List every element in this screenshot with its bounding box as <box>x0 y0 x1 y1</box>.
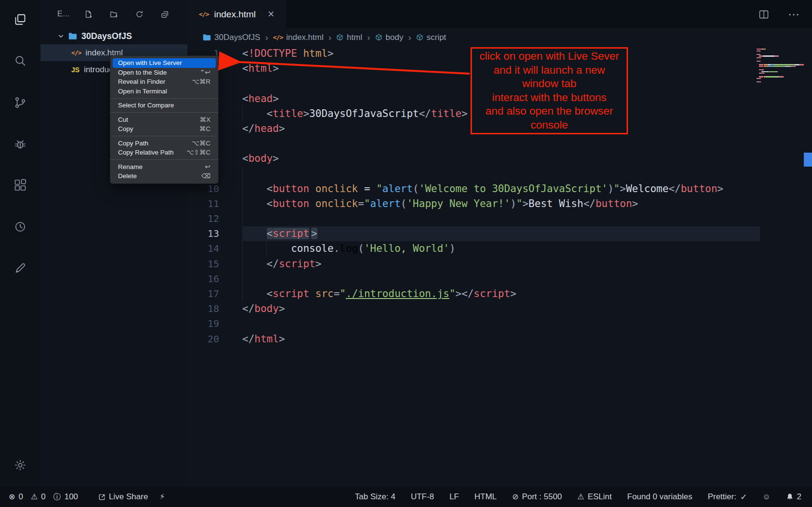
code-line-13[interactable]: 13 <script> <box>187 226 812 241</box>
status-feedback-smiley[interactable]: ☺ <box>762 493 770 501</box>
activity-explorer[interactable] <box>13 13 28 28</box>
new-folder-button[interactable] <box>110 10 118 18</box>
breadcrumb-item-html[interactable]: html <box>336 33 362 42</box>
line-number[interactable]: 11 <box>187 196 219 211</box>
code-line-8[interactable]: 8<body> <box>187 151 812 166</box>
annotation-text-line: window tab <box>472 77 627 91</box>
folder-icon <box>203 34 211 41</box>
status-language-mode[interactable]: HTML <box>474 492 497 502</box>
menu-item-label: Copy Relative Path <box>118 148 174 157</box>
breadcrumb-item-index-html[interactable]: </>index.html <box>273 33 324 42</box>
code-line-15[interactable]: 15 </script> <box>187 257 812 272</box>
activity-history[interactable] <box>13 220 28 235</box>
code-line-11[interactable]: 11 <button onclick="alert('Happy New Yea… <box>187 196 812 211</box>
line-number[interactable]: 15 <box>187 257 219 272</box>
status-lightning[interactable]: ⚡ <box>159 493 165 501</box>
code-line-12[interactable]: 12 <box>187 211 812 226</box>
status-port[interactable]: ⊘Port : 5500 <box>512 492 562 502</box>
activity-pen[interactable] <box>13 261 28 276</box>
menu-item-label: Open to the Side <box>118 68 167 78</box>
menu-item-rename[interactable]: Rename↩ <box>113 162 216 172</box>
line-number[interactable]: 17 <box>187 286 219 301</box>
info-icon: ⓘ <box>53 493 61 501</box>
code-line-17[interactable]: 17 <script src="./introduction.js"></scr… <box>187 286 812 301</box>
breadcrumb-label: body <box>386 33 404 42</box>
collapse-all-button[interactable] <box>161 10 169 18</box>
menu-item-reveal-in-finder[interactable]: Reveal in Finder⌥⌘R <box>113 77 216 87</box>
split-editor-button[interactable] <box>759 10 769 19</box>
tab-label: index.html <box>214 9 256 20</box>
status-prettier[interactable]: Prettier:✓ <box>707 492 747 502</box>
code-line-10[interactable]: 10 <button onclick = "alert('Welcome to … <box>187 182 812 196</box>
code-line-9[interactable]: 9 <box>187 167 812 182</box>
minimap-line <box>757 75 804 76</box>
menu-item-label: Cut <box>118 115 128 125</box>
code-line-14[interactable]: 14 console.log('Hello, World') <box>187 241 812 256</box>
menu-item-copy[interactable]: Copy⌘C <box>113 124 216 134</box>
code-text <box>242 316 760 331</box>
minimap-line <box>757 57 804 58</box>
close-tab-icon[interactable]: × <box>268 9 274 20</box>
tab-bar: </> index.html × ⋯ <box>187 0 812 28</box>
tab-index-html[interactable]: </> index.html × <box>187 0 286 28</box>
status-label: LF <box>449 492 459 502</box>
line-number[interactable]: 19 <box>187 316 219 331</box>
line-number[interactable]: 13 <box>187 226 219 241</box>
activity-extensions[interactable] <box>13 178 28 194</box>
menu-item-copy-relative-path[interactable]: Copy Relative Path⌥⇧⌘C <box>113 148 216 157</box>
line-number[interactable]: 16 <box>187 272 219 286</box>
minimap-line <box>757 64 804 65</box>
breadcrumb-separator: › <box>407 32 412 43</box>
menu-item-delete[interactable]: Delete⌫ <box>113 171 216 181</box>
folder-row-30daysofjs[interactable]: 30DaysOfJS <box>40 28 187 44</box>
breadcrumb-item-body[interactable]: body <box>375 33 404 42</box>
status-info-count[interactable]: ⓘ100 <box>53 492 78 502</box>
minimap[interactable] <box>757 49 804 83</box>
line-number[interactable]: 12 <box>187 211 219 226</box>
breadcrumb-item-script[interactable]: script <box>416 33 446 42</box>
code-line-20[interactable]: 20</html> <box>187 332 812 347</box>
status-error-count[interactable]: ⊗0 <box>9 492 23 502</box>
breadcrumb-label: index.html <box>286 33 323 42</box>
settings-gear-icon[interactable] <box>13 458 28 473</box>
line-number[interactable]: 18 <box>187 301 219 316</box>
line-number[interactable]: 14 <box>187 241 219 256</box>
menu-item-open-with-live-server[interactable]: Open with Live Server <box>113 58 216 68</box>
status-found-variables[interactable]: Found 0 variables <box>627 492 692 502</box>
explorer-title: E… <box>57 10 70 18</box>
status-live-share[interactable]: Live Share <box>98 492 148 502</box>
menu-item-select-for-compare[interactable]: Select for Compare <box>113 101 216 110</box>
annotation-text-line: click on open with Live Sever <box>472 50 627 64</box>
menu-item-label: Select for Compare <box>118 101 174 110</box>
code-line-19[interactable]: 19 <box>187 316 812 331</box>
status-label: 0 <box>41 492 45 502</box>
code-line-7[interactable]: 7 <box>187 136 812 151</box>
refresh-button[interactable] <box>135 10 144 18</box>
folder-icon <box>68 32 77 40</box>
status-eol[interactable]: LF <box>449 492 459 502</box>
status-warning-count[interactable]: ⚠0 <box>31 492 46 502</box>
code-line-16[interactable]: 16 <box>187 272 812 286</box>
more-actions-icon[interactable]: ⋯ <box>785 7 802 22</box>
activity-search[interactable] <box>13 54 28 69</box>
activity-bar <box>0 0 40 487</box>
line-number[interactable]: 20 <box>187 332 219 347</box>
code-line-18[interactable]: 18</body> <box>187 301 812 316</box>
new-file-button[interactable] <box>84 10 92 18</box>
menu-item-cut[interactable]: Cut⌘X <box>113 115 216 125</box>
breadcrumb-item-30daysofjs[interactable]: 30DaysOfJS <box>203 33 260 42</box>
activity-source-control[interactable] <box>13 95 28 111</box>
menu-item-copy-path[interactable]: Copy Path⌥⌘C <box>113 139 216 148</box>
status-notifications-bell[interactable]: 2 <box>786 492 801 502</box>
minimap-line <box>757 67 804 68</box>
status-eslint[interactable]: ⚠ESLint <box>577 492 612 502</box>
warning-icon: ⚠ <box>31 493 38 501</box>
scrollbar-marker[interactable] <box>804 153 812 167</box>
activity-run-debug[interactable] <box>13 137 28 152</box>
menu-item-open-to-the-side[interactable]: Open to the Side⌃↩ <box>113 68 216 78</box>
menu-item-open-in-terminal[interactable]: Open in Terminal <box>113 87 216 96</box>
status-encoding[interactable]: UTF-8 <box>411 492 434 502</box>
status-tab-size[interactable]: Tab Size: 4 <box>355 492 395 502</box>
breadcrumb-separator: › <box>366 32 371 43</box>
status-label: Tab Size: 4 <box>355 492 395 502</box>
